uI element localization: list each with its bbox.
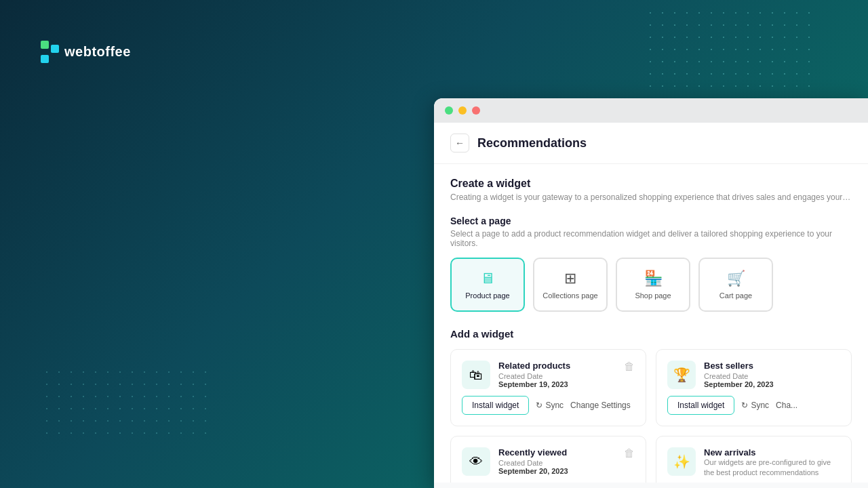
- create-widget-title: Create a widget: [450, 178, 852, 190]
- shop-page-icon: 🏪: [644, 270, 663, 287]
- logo-square-3: [51, 45, 59, 53]
- new-arrivals-desc: Our widgets are pre-configured to give t…: [704, 458, 840, 479]
- related-products-actions: Install widget ↻ Sync Change Settings: [462, 396, 635, 415]
- browser-dot-green: [445, 106, 453, 115]
- app-title: Recommendations: [477, 136, 587, 150]
- best-sellers-settings-link[interactable]: Cha...: [776, 401, 797, 410]
- best-sellers-date-label: Created Date: [704, 372, 840, 380]
- recently-viewed-delete-button[interactable]: 🗑: [624, 447, 635, 460]
- back-button[interactable]: ←: [450, 134, 469, 152]
- page-option-shop[interactable]: 🏪 Shop page: [616, 258, 690, 312]
- new-arrivals-icon: ✨: [667, 447, 696, 476]
- collections-page-icon: ⊞: [564, 270, 576, 287]
- best-sellers-sync-link[interactable]: ↻ Sync: [741, 401, 769, 410]
- recently-viewed-info: Recently viewed Created Date September 2…: [498, 447, 624, 475]
- select-page-title: Select a page: [450, 216, 852, 226]
- page-option-product[interactable]: 🖥 Product page: [450, 258, 525, 312]
- product-page-icon: 🖥: [480, 270, 495, 287]
- recently-viewed-date-label: Created Date: [498, 459, 624, 467]
- logo: webtoffee: [41, 41, 393, 63]
- dot-pattern-top: [644, 7, 814, 88]
- page-option-cart[interactable]: 🛒 Cart page: [698, 258, 773, 312]
- related-products-settings-link[interactable]: Change Settings: [570, 401, 631, 410]
- create-widget-desc: Creating a widget is your gateway to a p…: [450, 192, 852, 202]
- collections-page-label: Collections page: [542, 291, 597, 300]
- widget-card-recently-viewed: 👁 Recently viewed Created Date September…: [450, 436, 646, 483]
- related-products-icon: 🛍: [462, 361, 490, 389]
- related-products-install-button[interactable]: Install widget: [462, 396, 529, 415]
- app-content: ← Recommendations Create a widget Creati…: [434, 123, 868, 483]
- app-header: ← Recommendations: [434, 123, 868, 164]
- related-products-delete-button[interactable]: 🗑: [624, 361, 635, 373]
- product-page-label: Product page: [465, 291, 509, 300]
- new-arrivals-name: New arrivals: [704, 447, 840, 458]
- widget-card-recently-viewed-header: 👁 Recently viewed Created Date September…: [462, 447, 635, 476]
- related-products-name: Related products: [498, 361, 624, 371]
- cart-page-icon: 🛒: [727, 270, 745, 287]
- recently-viewed-name: Recently viewed: [498, 447, 624, 458]
- related-products-date-label: Created Date: [498, 372, 624, 380]
- recently-viewed-date-value: September 20, 2023: [498, 467, 624, 475]
- widget-grid: 🛍 Related products Created Date Septembe…: [450, 349, 852, 483]
- widget-card-best-sellers: 🏆 Best sellers Created Date September 20…: [656, 349, 852, 426]
- best-sellers-info: Best sellers Created Date September 20, …: [704, 361, 840, 388]
- widget-card-new-arrivals-header: ✨ New arrivals Our widgets are pre-confi…: [667, 447, 840, 479]
- select-page-section: Select a page Select a page to add a pro…: [450, 216, 852, 312]
- best-sellers-icon: 🏆: [667, 361, 696, 389]
- widget-card-related: 🛍 Related products Created Date Septembe…: [450, 349, 646, 426]
- related-products-sync-link[interactable]: ↻ Sync: [536, 401, 564, 410]
- sync-icon: ↻: [536, 401, 542, 410]
- left-panel: webtoffee: [0, 0, 434, 488]
- page-options: 🖥 Product page ⊞ Collections page 🏪 Shop…: [450, 258, 852, 312]
- add-widget-title: Add a widget: [450, 328, 852, 340]
- widget-card-new-arrivals: ✨ New arrivals Our widgets are pre-confi…: [656, 436, 852, 483]
- logo-square-2: [41, 55, 49, 63]
- browser-dot-yellow: [458, 106, 467, 115]
- best-sellers-actions: Install widget ↻ Sync Cha...: [667, 396, 840, 415]
- logo-text: webtoffee: [64, 44, 131, 60]
- best-sellers-name: Best sellers: [704, 361, 840, 371]
- page-option-collections[interactable]: ⊞ Collections page: [533, 258, 608, 312]
- recently-viewed-icon: 👁: [462, 447, 490, 476]
- logo-square-1: [41, 41, 49, 49]
- browser-window: ← Recommendations Create a widget Creati…: [434, 98, 868, 488]
- widget-card-related-header: 🛍 Related products Created Date Septembe…: [462, 361, 635, 389]
- shop-page-label: Shop page: [635, 291, 671, 300]
- new-arrivals-info: New arrivals Our widgets are pre-configu…: [704, 447, 840, 479]
- select-page-desc: Select a page to add a product recommend…: [450, 229, 852, 248]
- related-products-info: Related products Created Date September …: [498, 361, 624, 388]
- logo-icon: [41, 41, 59, 63]
- browser-dot-red: [472, 106, 480, 115]
- sync-icon-2: ↻: [741, 401, 748, 410]
- create-widget-section: Create a widget Creating a widget is you…: [450, 178, 852, 202]
- app-body: Create a widget Creating a widget is you…: [434, 164, 868, 483]
- widget-card-best-sellers-header: 🏆 Best sellers Created Date September 20…: [667, 361, 840, 389]
- related-products-date-value: September 19, 2023: [498, 380, 624, 388]
- cart-page-label: Cart page: [719, 291, 752, 300]
- best-sellers-date-value: September 20, 2023: [704, 380, 840, 388]
- browser-chrome: [434, 98, 868, 123]
- best-sellers-install-button[interactable]: Install widget: [667, 396, 734, 415]
